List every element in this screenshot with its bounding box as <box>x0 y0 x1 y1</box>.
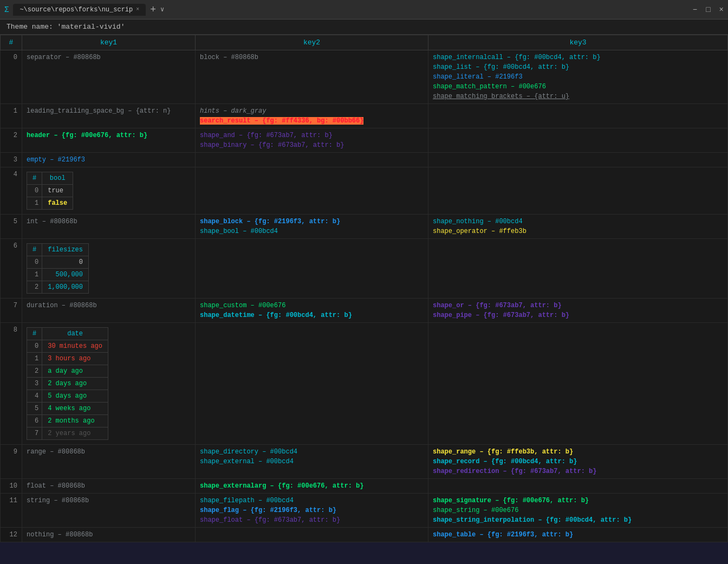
row-col3: shape_internalcall – {fg: #00bcd4, attr:… <box>428 50 728 104</box>
new-tab-button[interactable]: + <box>150 4 156 15</box>
row-col2: shape_block – {fg: #2196f3, attr: b} sha… <box>196 215 428 239</box>
table-row: 11 string – #80868b shape_filepath – #00… <box>1 494 728 528</box>
main-table-container[interactable]: # key1 key2 key3 0 separator – #80868b b… <box>0 35 728 542</box>
mini-cell-num: 2 <box>27 281 42 294</box>
mini-cell-val: 30 minutes ago <box>42 340 108 353</box>
mini-row: 1 3 hours ago <box>27 353 108 365</box>
row-col1: duration – #80868b <box>22 299 196 323</box>
table-row: 8 # date 0 30 minutes ago <box>1 323 728 445</box>
row-col3 <box>428 128 728 153</box>
mini-row: 0 0 <box>27 256 89 269</box>
table-row: 0 separator – #80868b block – #80868b sh… <box>1 50 728 104</box>
col-header-num: # <box>1 35 22 50</box>
mini-cell-val: 3 hours ago <box>42 353 108 365</box>
row-col2 <box>196 323 428 445</box>
tab-dropdown-button[interactable]: ∨ <box>160 5 164 14</box>
row-col1: nothing – #80868b <box>22 528 196 542</box>
table-row: 3 empty – #2196f3 <box>1 153 728 167</box>
row-col3: shape_range – {fg: #ffeb3b, attr: b} sha… <box>428 445 728 479</box>
row-col2: shape_filepath – #00bcd4 shape_flag – {f… <box>196 494 428 528</box>
row-col2: shape_and – {fg: #673ab7, attr: b} shape… <box>196 128 428 153</box>
table-row: 4 # bool 0 true <box>1 167 728 215</box>
mini-col-date: date <box>42 328 108 340</box>
window-controls: − □ × <box>693 5 724 14</box>
row-col2 <box>196 528 428 542</box>
row-col3: shape_variable – #673ab7 <box>428 542 728 543</box>
col-header-key2: key2 <box>196 35 428 50</box>
mini-cell-num: 6 <box>27 415 42 427</box>
row-num: 4 <box>1 167 22 215</box>
mini-cell-val: 2 years ago <box>42 427 108 440</box>
mini-cell-val: 5 days ago <box>42 390 108 403</box>
mini-cell-val: 0 <box>42 256 89 269</box>
row-num: 12 <box>1 528 22 542</box>
row-col1: separator – #80868b <box>22 50 196 104</box>
titlebar: Σ ~\source\repos\forks\nu_scrip × + ∨ − … <box>0 0 728 20</box>
row-num: 5 <box>1 215 22 239</box>
row-col2 <box>196 239 428 299</box>
mini-table-bool: # bool 0 true 1 false <box>27 172 73 210</box>
mini-col-bool: bool <box>42 172 73 185</box>
mini-row: 4 5 days ago <box>27 390 108 403</box>
mini-cell-val: 1,000,000 <box>42 281 89 294</box>
row-num: 3 <box>1 153 22 167</box>
row-col3: shape_nothing – #00bcd4 shape_operator –… <box>428 215 728 239</box>
mini-cell-num: 4 <box>27 390 42 403</box>
row-col2 <box>196 167 428 215</box>
row-col3 <box>428 167 728 215</box>
terminal-icon: Σ <box>4 5 9 14</box>
row-col1: int – #80868b <box>22 215 196 239</box>
row-col1: binary – #80868b <box>22 542 196 543</box>
row-num: 1 <box>1 104 22 128</box>
mini-table-date: # date 0 30 minutes ago 1 3 hours <box>27 327 108 440</box>
mini-cell-num: 5 <box>27 403 42 415</box>
row-col3: shape_signature – {fg: #00e676, attr: b}… <box>428 494 728 528</box>
row-col1: header – {fg: #00e676, attr: b} <box>22 128 196 153</box>
row-col3: shape_or – {fg: #673ab7, attr: b} shape_… <box>428 299 728 323</box>
row-num: 2 <box>1 128 22 153</box>
table-row: 12 nothing – #80868b shape_table – {fg: … <box>1 528 728 542</box>
maximize-button[interactable]: □ <box>706 5 710 14</box>
mini-row: 2 a day ago <box>27 365 108 378</box>
row-col3 <box>428 104 728 128</box>
row-col1: range – #80868b <box>22 445 196 479</box>
mini-cell-num: 1 <box>27 197 42 210</box>
mini-cell-num: 1 <box>27 353 42 365</box>
mini-cell-num: 0 <box>27 340 42 353</box>
row-num: 11 <box>1 494 22 528</box>
tab-close-button[interactable]: × <box>136 7 139 12</box>
row-col3 <box>428 323 728 445</box>
mini-cell-num: 0 <box>27 256 42 269</box>
minimize-button[interactable]: − <box>693 5 697 14</box>
row-col2: block – #80868b <box>196 50 428 104</box>
close-button[interactable]: × <box>719 5 724 14</box>
table-row: 9 range – #80868b shape_directory – #00b… <box>1 445 728 479</box>
col-header-key1: key1 <box>22 35 196 50</box>
mini-cell-val: 2 days ago <box>42 378 108 390</box>
mini-cell-val: true <box>42 185 73 197</box>
table-row: 13 binary – #80868b shape_variable – #67… <box>1 542 728 543</box>
row-col3: shape_table – {fg: #2196f3, attr: b} <box>428 528 728 542</box>
row-col1: # bool 0 true 1 false <box>22 167 196 215</box>
row-col1: empty – #2196f3 <box>22 153 196 167</box>
row-col2: shape_custom – #00e676 shape_datetime – … <box>196 299 428 323</box>
row-col2: shape_directory – #00bcd4 shape_external… <box>196 445 428 479</box>
table-row: 1 leading_trailing_space_bg – {attr: n} … <box>1 104 728 128</box>
mini-col-filesizes: filesizes <box>42 244 89 256</box>
mini-cell-val: a day ago <box>42 365 108 378</box>
mini-row: 0 30 minutes ago <box>27 340 108 353</box>
active-tab[interactable]: ~\source\repos\forks\nu_scrip × <box>13 4 146 16</box>
mini-cell-num: 7 <box>27 427 42 440</box>
table-row: 2 header – {fg: #00e676, attr: b} shape_… <box>1 128 728 153</box>
mini-row: 5 4 weeks ago <box>27 403 108 415</box>
tab-label: ~\source\repos\forks\nu_scrip <box>20 6 133 14</box>
mini-cell-num: 2 <box>27 365 42 378</box>
row-col2 <box>196 542 428 543</box>
mini-row: 7 2 years ago <box>27 427 108 440</box>
col-header-key3: key3 <box>428 35 728 50</box>
row-col3 <box>428 239 728 299</box>
mini-table-filesizes: # filesizes 0 0 1 500,000 <box>27 243 89 294</box>
row-num: 10 <box>1 479 22 494</box>
mini-cell-val: 2 months ago <box>42 415 108 427</box>
row-col3 <box>428 479 728 494</box>
